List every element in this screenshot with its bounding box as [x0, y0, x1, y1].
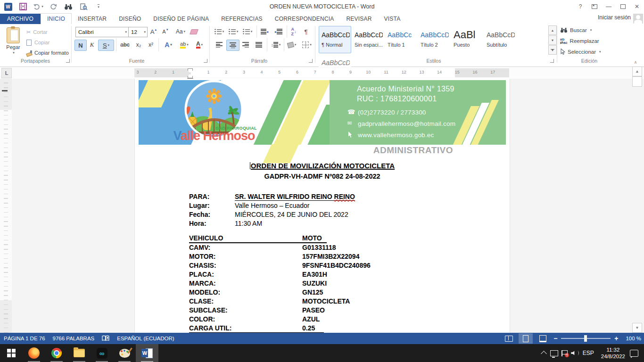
collapse-ribbon-button[interactable]: ∧	[631, 57, 640, 67]
page-count[interactable]: PÁGINA 1 DE 76	[4, 336, 45, 341]
sign-in-link[interactable]: Iniciar sesión	[598, 14, 631, 21]
minimize-button[interactable]: —	[602, 0, 616, 13]
tray-expand-button[interactable]	[539, 344, 549, 362]
numbering-button[interactable]: ▾	[227, 26, 239, 37]
taskbar-webex-button[interactable]: ∞	[91, 344, 113, 362]
multilevel-list-button[interactable]: ▾	[241, 26, 254, 37]
tab-archivo[interactable]: ARCHIVO	[0, 14, 41, 24]
read-mode-button[interactable]	[502, 333, 516, 344]
grow-font-button[interactable]: A▲	[148, 26, 159, 37]
scrollbar-thumb[interactable]	[632, 76, 642, 87]
line-spacing-dropdown-icon[interactable]: ▾	[279, 43, 281, 47]
zoom-percent[interactable]: 100 %	[626, 336, 641, 341]
clock[interactable]: 11:32 24/8/2022	[596, 346, 630, 360]
style-t-tulo-1[interactable]: AaBbCcTítulo 1	[385, 26, 417, 53]
vertical-scrollbar[interactable]: ▲ ▼	[632, 66, 642, 333]
shrink-font-button[interactable]: A▼	[160, 26, 171, 37]
replace-button[interactable]: ab⇄ac Reemplazar	[560, 38, 599, 44]
select-button[interactable]: Seleccionar▾	[560, 49, 601, 55]
find-dropdown-icon[interactable]: ▾	[590, 28, 592, 32]
highlight-button[interactable]: ab▾	[176, 40, 192, 50]
shading-dropdown-icon[interactable]: ▾	[295, 43, 297, 47]
taskbar-paint-button[interactable]	[113, 344, 136, 362]
font-color-dropdown-icon[interactable]: ▾	[201, 43, 203, 47]
clear-formatting-button[interactable]	[189, 26, 199, 37]
tab-inicio[interactable]: INICIO	[41, 13, 72, 25]
avatar[interactable]	[633, 14, 643, 24]
font-size-combo[interactable]: 12▾	[128, 27, 148, 37]
cut-button[interactable]: ✂Cortar	[26, 27, 48, 37]
text-effects-button[interactable]: A▾	[161, 40, 175, 50]
decrease-indent-button[interactable]: ◂	[258, 26, 271, 37]
italic-button[interactable]: K	[87, 40, 97, 50]
zoom-in-button[interactable]: +	[613, 335, 619, 342]
borders-dropdown-icon[interactable]: ▾	[310, 43, 312, 47]
styles-more-button[interactable]: ▼	[548, 45, 557, 55]
language-indicator[interactable]: ESPAÑOL (ECUADOR)	[117, 336, 174, 341]
strikethrough-button[interactable]: abc	[118, 40, 132, 50]
copy-button[interactable]: Copiar	[26, 37, 50, 48]
styles-scroll-down-button[interactable]: ▼	[548, 35, 557, 45]
web-layout-button[interactable]	[536, 333, 550, 344]
change-case-button[interactable]: Aa▾	[173, 26, 188, 37]
align-center-button[interactable]	[226, 40, 239, 51]
tab-revisar[interactable]: REVISAR	[340, 14, 378, 24]
underline-dropdown-icon[interactable]: ▾	[108, 43, 110, 47]
proofing-errors-button[interactable]	[102, 335, 109, 342]
bullets-button[interactable]: ▾	[213, 26, 225, 37]
align-right-button[interactable]	[239, 40, 252, 50]
zoom-slider[interactable]	[561, 338, 611, 339]
tab-dise-o-de-p-gina[interactable]: DISEÑO DE PÁGINA	[147, 14, 215, 24]
bullets-dropdown-icon[interactable]: ▾	[223, 30, 224, 33]
show-marks-button[interactable]: ¶	[301, 26, 311, 37]
font-dialog-launcher[interactable]	[204, 59, 207, 63]
styles-dialog-launcher[interactable]	[550, 59, 554, 63]
find-button[interactable]: Buscar▾	[560, 27, 592, 33]
print-layout-button[interactable]	[519, 333, 533, 344]
tab-stop-selector[interactable]: L	[1, 68, 12, 78]
tab-referencias[interactable]: REFERENCIAS	[215, 14, 269, 24]
taskbar-chrome-button[interactable]	[45, 344, 68, 362]
style--normal[interactable]: AaBbCcDc¶ Normal	[319, 26, 351, 53]
action-center-button[interactable]	[630, 350, 638, 357]
borders-button[interactable]: ▾	[300, 40, 314, 50]
underline-button[interactable]: S▾	[98, 40, 114, 51]
help-button[interactable]: ?	[573, 0, 587, 13]
taskbar-word-button[interactable]: W	[136, 344, 158, 362]
start-button[interactable]	[0, 344, 23, 362]
shading-button[interactable]: ▾	[285, 40, 299, 50]
ribbon-display-options-button[interactable]	[587, 0, 602, 13]
keyboard-language-button[interactable]: ESP	[580, 344, 596, 362]
line-spacing-button[interactable]: ↕▾	[269, 40, 283, 50]
scroll-up-button[interactable]: ▲	[632, 66, 642, 76]
format-painter-button[interactable]: Copiar formato	[26, 48, 69, 58]
zoom-slider-thumb[interactable]	[584, 335, 587, 342]
bold-button[interactable]: N	[74, 40, 87, 51]
font-color-button[interactable]: A▾	[192, 40, 206, 50]
font-family-dropdown-icon[interactable]: ▾	[125, 30, 127, 34]
superscript-button[interactable]: x²	[145, 40, 157, 50]
font-family-combo[interactable]: Calibri▾	[75, 27, 129, 37]
style-puesto[interactable]: AaBlPuesto	[451, 26, 483, 53]
text-effects-dropdown-icon[interactable]: ▾	[170, 43, 172, 47]
paste-button[interactable]: Pegar ▾	[3, 26, 24, 56]
justify-button[interactable]	[253, 40, 265, 50]
highlight-dropdown-icon[interactable]: ▾	[187, 43, 189, 47]
style-sin-espaci-[interactable]: AaBbCcDcSin espaci...	[352, 26, 384, 53]
taskbar-file-explorer-button[interactable]	[68, 344, 91, 362]
sort-button[interactable]: AZ↓	[288, 26, 300, 37]
volume-tray-button[interactable]	[570, 344, 580, 362]
align-left-button[interactable]	[213, 40, 225, 50]
style-t-tulo-2[interactable]: AaBbCcDTítulo 2	[418, 26, 450, 53]
tab-dise-o[interactable]: DISEÑO	[113, 14, 147, 24]
word-count[interactable]: 9766 PALABRAS	[53, 336, 95, 341]
style-subt-tulo[interactable]: AaBbCcDSubtítulo	[484, 26, 516, 53]
restore-button[interactable]	[616, 0, 630, 13]
document-page[interactable]: Acuerdo Ministerial N° 1359 RUC : 176812…	[134, 79, 510, 333]
increase-indent-button[interactable]: ▸	[272, 26, 285, 37]
close-button[interactable]: ✕	[630, 0, 644, 13]
styles-scroll-up-button[interactable]: ▲	[548, 25, 557, 35]
paragraph-dialog-launcher[interactable]	[309, 59, 313, 63]
multilevel-dropdown-icon[interactable]: ▾	[251, 30, 253, 33]
scroll-down-button[interactable]: ▼	[632, 323, 642, 333]
